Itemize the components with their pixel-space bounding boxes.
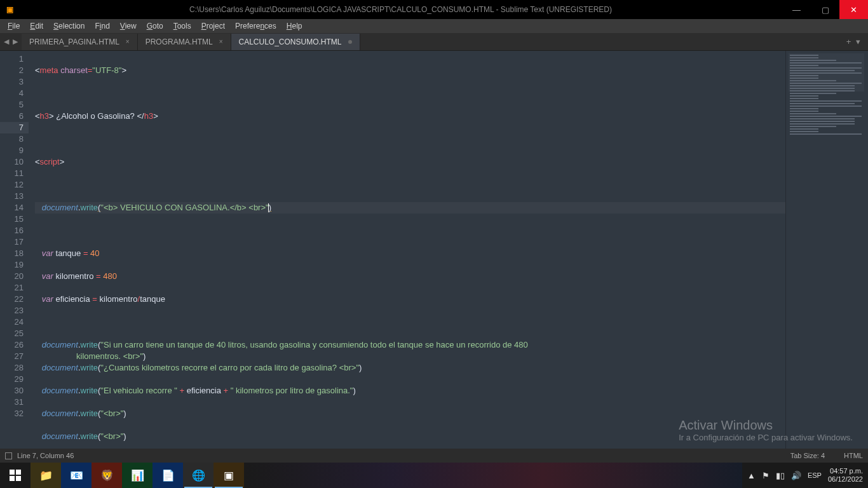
taskbar-chrome[interactable]: 🌐 (183, 463, 214, 488)
close-button[interactable]: ✕ (839, 0, 868, 19)
minimap[interactable] (785, 51, 868, 449)
menu-tools[interactable]: Tools (168, 20, 196, 32)
tray-up-icon[interactable]: ▲ (747, 471, 756, 480)
menu-project[interactable]: Project (196, 20, 230, 32)
syntax-label[interactable]: HTML (844, 452, 863, 459)
menu-help[interactable]: Help (281, 20, 308, 32)
close-icon[interactable]: × (219, 38, 223, 45)
menubar: File Edit Selection Find View Goto Tools… (0, 19, 868, 33)
taskbar-file-explorer[interactable]: 📁 (31, 463, 61, 488)
code-area[interactable]: <meta charset="UTF-8"> <h3> ¿Alcohol o G… (29, 51, 785, 449)
tab-label: PRIMERA_PAGINA.HTML (29, 37, 119, 46)
tab-size[interactable]: Tab Size: 4 (790, 452, 825, 459)
tab-programa[interactable]: PROGRAMA.HTML × (138, 34, 231, 50)
maximize-button[interactable]: ▢ (811, 0, 839, 19)
menu-find[interactable]: Find (90, 20, 114, 32)
statusbar: Line 7, Column 46 Tab Size: 4 HTML (0, 449, 868, 463)
panel-switcher-icon[interactable] (5, 452, 12, 459)
new-tab-button[interactable]: + ▾ (840, 37, 868, 46)
menu-view[interactable]: View (115, 20, 142, 32)
cursor-position: Line 7, Column 46 (17, 452, 74, 459)
minimize-button[interactable]: — (782, 0, 811, 19)
tray-flag-icon[interactable]: ⚑ (762, 471, 770, 480)
svg-rect-0 (10, 470, 15, 475)
tab-calculo-consumo[interactable]: CALCULO_CONSUMO.HTML (231, 34, 360, 50)
window-title: C:\Users\Carlos Aguiluz\Documents\LOGICA… (19, 5, 782, 14)
dirty-indicator-icon (348, 40, 352, 44)
line-gutter: 1 2 3 4 5 6 7 8 9 10 11 12 13 14 15 16 1… (0, 51, 29, 449)
tray-language[interactable]: ESP (808, 471, 822, 479)
taskbar-excel[interactable]: 📊 (122, 463, 153, 488)
svg-rect-2 (10, 476, 15, 481)
menu-edit[interactable]: Edit (25, 20, 48, 32)
tab-bar: ◀ ▶ PRIMERA_PAGINA.HTML × PROGRAMA.HTML … (0, 33, 868, 51)
start-button[interactable] (0, 463, 31, 488)
close-icon[interactable]: × (126, 38, 130, 45)
tab-primera-pagina[interactable]: PRIMERA_PAGINA.HTML × (22, 34, 138, 50)
tray-network-icon[interactable]: ▮▯ (776, 471, 785, 480)
svg-rect-3 (16, 476, 21, 481)
taskbar-brave[interactable]: 🦁 (92, 463, 122, 488)
tab-label: PROGRAMA.HTML (146, 37, 213, 46)
titlebar: ▣ C:\Users\Carlos Aguiluz\Documents\LOGI… (0, 0, 868, 19)
nav-forward-icon[interactable]: ▶ (13, 37, 18, 46)
system-tray: ▲ ⚑ ▮▯ 🔊 ESP 04:57 p.m. 06/12/2022 (742, 467, 868, 484)
tray-volume-icon[interactable]: 🔊 (791, 471, 801, 480)
menu-file[interactable]: File (3, 20, 25, 32)
menu-goto[interactable]: Goto (142, 20, 168, 32)
nav-back-icon[interactable]: ◀ (4, 37, 9, 46)
app-icon: ▣ (0, 0, 19, 19)
svg-rect-1 (16, 470, 21, 475)
menu-preferences[interactable]: Preferences (230, 20, 281, 32)
tab-label: CALCULO_CONSUMO.HTML (239, 37, 342, 46)
taskbar-word[interactable]: 📄 (153, 463, 183, 488)
taskbar-sublime[interactable]: ▣ (214, 463, 244, 488)
taskbar-outlook[interactable]: 📧 (61, 463, 92, 488)
windows-taskbar: 📁 📧 🦁 📊 📄 🌐 ▣ ▲ ⚑ ▮▯ 🔊 ESP 04:57 p.m. 06… (0, 463, 868, 488)
tray-clock[interactable]: 04:57 p.m. 06/12/2022 (828, 467, 863, 484)
menu-selection[interactable]: Selection (48, 20, 90, 32)
editor[interactable]: 1 2 3 4 5 6 7 8 9 10 11 12 13 14 15 16 1… (0, 51, 868, 449)
taskbar-background (244, 463, 742, 488)
